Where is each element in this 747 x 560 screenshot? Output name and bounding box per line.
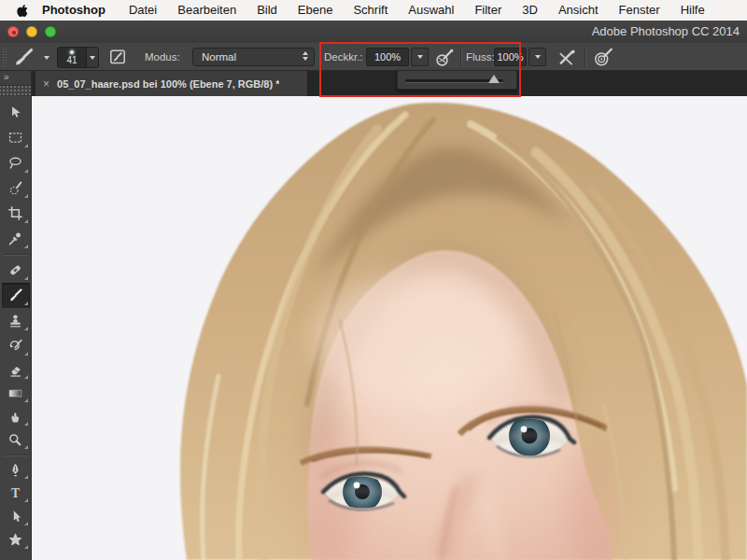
opacity-slider-popup — [397, 70, 517, 90]
apple-logo-icon[interactable] — [11, 4, 32, 18]
photo-canvas[interactable] — [32, 96, 747, 560]
brush-size-value: 41 — [66, 55, 77, 65]
type-tool-icon[interactable]: T — [2, 482, 30, 505]
zoom-window-button[interactable] — [45, 26, 56, 37]
menu-item-bearbeiten[interactable]: Bearbeiten — [167, 0, 247, 21]
healing-brush-tool-icon[interactable] — [2, 258, 30, 283]
pen-tool-icon[interactable] — [2, 458, 30, 482]
blend-mode-value: Normal — [202, 51, 236, 63]
tools-panel-grip[interactable] — [0, 86, 31, 96]
brush-panel-toggle-icon[interactable] — [107, 48, 128, 66]
brush-tool-icon[interactable] — [2, 283, 30, 308]
path-selection-tool-icon[interactable] — [2, 505, 30, 528]
gradient-tool-icon[interactable] — [2, 382, 30, 405]
opacity-label: Deckkr.: — [324, 43, 363, 71]
menu-item-ebene[interactable]: Ebene — [288, 0, 344, 21]
document-tab-title: 05_07_haare.psd bei 100% (Ebene 7, RGB/8… — [57, 78, 279, 90]
rect-marquee-tool-icon[interactable] — [2, 125, 30, 150]
menu-item-ansicht[interactable]: Ansicht — [548, 0, 609, 21]
lasso-tool-icon[interactable] — [2, 150, 30, 175]
quick-selection-tool-icon[interactable] — [2, 175, 30, 201]
menu-item-datei[interactable]: Datei — [119, 0, 167, 21]
tools-separator — [4, 254, 28, 255]
svg-text:T: T — [11, 486, 20, 500]
eraser-tool-icon[interactable] — [2, 358, 30, 382]
collapse-panel-button[interactable]: » — [0, 71, 31, 86]
dodge-tool-icon[interactable] — [2, 428, 30, 452]
menu-item-hilfe[interactable]: Hilfe — [670, 0, 715, 21]
minimize-window-button[interactable] — [26, 26, 37, 37]
flow-slider-caret[interactable] — [529, 48, 546, 66]
clone-stamp-tool-icon[interactable] — [2, 308, 30, 333]
blend-mode-label: Modus: — [145, 43, 180, 71]
menu-item-photoshop[interactable]: Photoshop — [32, 0, 119, 21]
options-bar-grip[interactable] — [2, 48, 7, 66]
opacity-input[interactable]: 100% — [366, 48, 409, 66]
document-tab-bar: × 05_07_haare.psd bei 100% (Ebene 7, RGB… — [32, 71, 747, 96]
pressure-opacity-icon[interactable] — [433, 47, 457, 68]
brush-size-caret[interactable] — [86, 48, 98, 67]
menu-item-bild[interactable]: Bild — [247, 0, 288, 21]
select-updown-icon — [303, 51, 308, 61]
portrait-photo — [32, 96, 747, 560]
brush-preset-caret-icon[interactable] — [44, 56, 49, 60]
blend-mode-select[interactable]: Normal — [192, 48, 315, 66]
document-tab[interactable]: × 05_07_haare.psd bei 100% (Ebene 7, RGB… — [35, 71, 308, 96]
history-brush-tool-icon[interactable] — [2, 333, 30, 358]
airbrush-icon[interactable] — [555, 47, 579, 68]
menu-item-schrift[interactable]: Schrift — [343, 0, 398, 21]
menu-item-filter[interactable]: Filter — [464, 0, 512, 21]
custom-shape-tool-icon[interactable] — [2, 528, 30, 552]
brush-preset-icon[interactable] — [12, 47, 35, 67]
brush-size-picker[interactable]: 41 — [57, 47, 99, 68]
opacity-slider-caret[interactable] — [411, 48, 429, 66]
crop-tool-icon[interactable] — [2, 201, 30, 226]
tool-options-bar: 41 Modus: Normal Deckkr.: 100% Fluss: 10… — [0, 43, 747, 71]
brush-tip-preview-icon — [70, 50, 74, 54]
pressure-size-icon[interactable] — [592, 47, 615, 68]
close-window-button[interactable] — [7, 26, 19, 37]
tools-panel: » — [0, 71, 32, 560]
menu-item-fenster[interactable]: Fenster — [609, 0, 670, 21]
flow-label: Fluss: — [466, 43, 495, 71]
window-title: Adobe Photoshop CC 2014 — [592, 21, 740, 43]
move-tool-icon[interactable] — [2, 100, 30, 125]
menu-item-3d[interactable]: 3D — [512, 0, 548, 21]
window-title-bar: Adobe Photoshop CC 2014 — [0, 21, 747, 43]
flow-input[interactable]: 100% — [494, 48, 527, 66]
close-tab-icon[interactable]: × — [43, 78, 49, 90]
menu-bar: Photoshop Datei Bearbeiten Bild Ebene Sc… — [0, 0, 747, 21]
photoshop-window: Photoshop Datei Bearbeiten Bild Ebene Sc… — [0, 0, 747, 560]
tools-separator — [4, 455, 28, 455]
opacity-slider-thumb[interactable] — [488, 75, 500, 83]
options-separator — [585, 48, 585, 66]
menu-item-auswahl[interactable]: Auswahl — [398, 0, 464, 21]
smudge-tool-icon[interactable] — [2, 405, 30, 428]
eyedropper-tool-icon[interactable] — [2, 226, 30, 251]
options-separator — [460, 48, 461, 66]
